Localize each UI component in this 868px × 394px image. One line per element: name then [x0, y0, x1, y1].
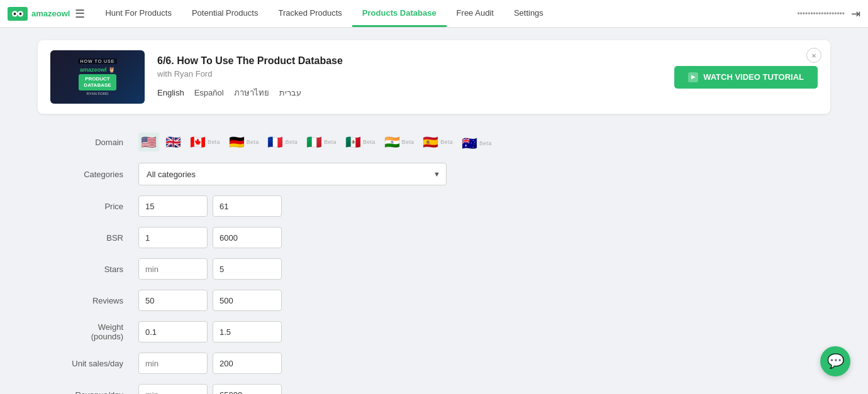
stars-label: Stars: [38, 265, 138, 274]
stars-row: Stars: [38, 258, 830, 280]
domain-label: Domain: [38, 138, 138, 147]
flag-us[interactable]: 🇺🇸: [138, 133, 159, 151]
unit-sales-inputs: [138, 353, 282, 374]
revenue-min-input[interactable]: [138, 384, 208, 394]
watch-tutorial-button[interactable]: ▶ WATCH VIDEO TUTORIAL: [674, 66, 818, 89]
thumb-how-to-text: HOW TO USE: [78, 58, 118, 64]
flag-de[interactable]: 🇩🇪Beta: [226, 133, 262, 151]
nav-right: •••••••••••••••••• ⇥: [797, 7, 860, 21]
de-beta: Beta: [247, 139, 259, 145]
price-max-input[interactable]: [213, 195, 282, 217]
lang-thai[interactable]: ภาษาไทย: [234, 86, 269, 99]
logo[interactable]: amazeowl: [8, 7, 70, 21]
bsr-label: BSR: [38, 233, 138, 243]
exit-icon[interactable]: ⇥: [851, 7, 860, 21]
es-beta: Beta: [440, 139, 453, 145]
nav-tracked[interactable]: Tracked Products: [268, 0, 352, 27]
stars-min-input[interactable]: [138, 258, 208, 280]
close-icon: ×: [811, 51, 816, 60]
revenue-inputs: [138, 384, 282, 394]
reviews-label: Reviews: [38, 296, 138, 305]
stars-max-input[interactable]: [213, 258, 282, 280]
categories-label: Categories: [38, 170, 138, 179]
bsr-inputs: [138, 227, 282, 248]
thumb-title: PRODUCTDATABASE: [84, 76, 111, 88]
stars-inputs: [138, 258, 282, 280]
weight-row: Weight(pounds): [38, 321, 830, 342]
reviews-inputs: [138, 290, 282, 311]
es-flag-icon: 🇪🇸: [423, 134, 438, 150]
weight-inputs: [138, 321, 282, 342]
close-banner-button[interactable]: ×: [806, 48, 821, 63]
bsr-max-input[interactable]: [213, 227, 282, 248]
mx-beta: Beta: [363, 139, 376, 145]
main-content: HOW TO USE amazeowl 🦉 PRODUCTDATABASE RY…: [0, 28, 868, 394]
unit-sales-row: Unit sales/day: [38, 353, 830, 374]
lang-espanol[interactable]: Español: [194, 88, 224, 97]
in-beta: Beta: [402, 139, 415, 145]
watch-btn-label: WATCH VIDEO TUTORIAL: [703, 72, 804, 82]
nav-audit[interactable]: Free Audit: [447, 0, 504, 27]
it-beta: Beta: [324, 139, 337, 145]
price-min-input[interactable]: [138, 195, 208, 217]
revenue-max-input[interactable]: [213, 384, 282, 394]
svg-point-4: [19, 13, 22, 15]
play-icon: ▶: [688, 72, 698, 82]
domain-flags: 🇺🇸 🇬🇧 🇨🇦Beta 🇩🇪Beta 🇫🇷Beta 🇮🇹Beta 🇲🇽Beta…: [138, 131, 494, 153]
tutorial-info: 6/6. How To Use The Product Database wit…: [157, 55, 662, 99]
categories-row: Categories All categories Electronics Bo…: [38, 163, 830, 185]
tutorial-thumbnail[interactable]: HOW TO USE amazeowl 🦉 PRODUCTDATABASE RY…: [50, 50, 145, 104]
it-flag-icon: 🇮🇹: [306, 134, 322, 150]
unit-sales-max-input[interactable]: [213, 353, 282, 374]
flag-es[interactable]: 🇪🇸Beta: [420, 133, 455, 151]
weight-max-input[interactable]: [213, 321, 282, 342]
weight-min-input[interactable]: [138, 321, 208, 342]
price-inputs: [138, 195, 282, 217]
tutorial-author: with Ryan Ford: [157, 69, 662, 79]
mx-flag-icon: 🇲🇽: [345, 134, 361, 150]
reviews-max-input[interactable]: [213, 290, 282, 311]
gb-flag-icon: 🇬🇧: [165, 134, 181, 150]
au-beta: Beta: [479, 140, 492, 146]
lang-hebrew[interactable]: עברית: [279, 88, 301, 97]
au-flag-icon: 🇦🇺: [462, 136, 477, 151]
logo-text: amazeowl: [31, 9, 70, 18]
thumb-name: RYAN FORD: [87, 92, 109, 96]
flag-fr[interactable]: 🇫🇷Beta: [265, 133, 300, 151]
flag-it[interactable]: 🇮🇹Beta: [304, 133, 339, 151]
nav-potential[interactable]: Potential Products: [182, 0, 269, 27]
flag-mx[interactable]: 🇲🇽Beta: [343, 133, 378, 151]
ca-flag-icon: 🇨🇦: [190, 134, 206, 150]
category-select[interactable]: All categories Electronics Books Home & …: [138, 163, 447, 185]
nav-hunt[interactable]: Hunt For Products: [95, 0, 182, 27]
flag-gb[interactable]: 🇬🇧: [163, 133, 184, 151]
nav-settings[interactable]: Settings: [504, 0, 554, 27]
chat-icon: 💬: [827, 353, 844, 369]
filter-form: Domain 🇺🇸 🇬🇧 🇨🇦Beta 🇩🇪Beta 🇫🇷Beta 🇮🇹Beta…: [38, 131, 830, 394]
bsr-min-input[interactable]: [138, 227, 208, 248]
flag-in[interactable]: 🇮🇳Beta: [382, 133, 417, 151]
us-flag-icon: 🇺🇸: [141, 134, 157, 150]
lang-english[interactable]: English: [157, 88, 184, 97]
thumb-logo: amazeowl 🦉: [80, 67, 115, 73]
nav-database[interactable]: Products Database: [352, 0, 447, 27]
thumb-title-box: PRODUCTDATABASE: [79, 74, 116, 90]
fr-beta: Beta: [285, 139, 298, 145]
flag-au[interactable]: 🇦🇺Beta: [459, 134, 494, 153]
revenue-row: Revenue/day: [38, 384, 830, 394]
category-select-wrap: All categories Electronics Books Home & …: [138, 163, 447, 185]
nav-links: Hunt For Products Potential Products Tra…: [95, 0, 797, 27]
svg-point-3: [14, 13, 16, 15]
flag-ca[interactable]: 🇨🇦Beta: [187, 133, 223, 151]
unit-sales-min-input[interactable]: [138, 353, 208, 374]
navbar: amazeowl ☰ Hunt For Products Potential P…: [0, 0, 868, 28]
revenue-label: Revenue/day: [38, 390, 138, 395]
tutorial-step-title: 6/6. How To Use The Product Database: [157, 55, 662, 67]
user-email: ••••••••••••••••••: [797, 9, 845, 18]
in-flag-icon: 🇮🇳: [384, 134, 400, 150]
chat-bubble[interactable]: 💬: [820, 346, 850, 376]
tutorial-langs: English Español ภาษาไทย עברית: [157, 86, 662, 99]
hamburger-icon[interactable]: ☰: [75, 7, 85, 21]
unit-sales-label: Unit sales/day: [38, 359, 138, 368]
reviews-min-input[interactable]: [138, 290, 208, 311]
